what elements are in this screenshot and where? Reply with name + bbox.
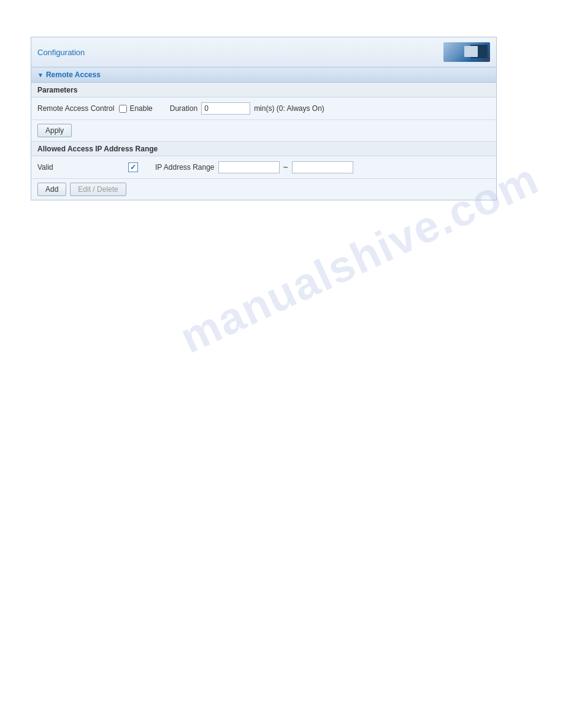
config-title: Configuration xyxy=(37,48,85,57)
valid-label: Valid xyxy=(37,163,123,172)
parameters-label: Parameters xyxy=(37,86,77,94)
remote-access-control-row: Remote Access Control Enable Duration mi… xyxy=(31,97,496,120)
duration-group: Duration min(s) (0: Always On) xyxy=(170,102,324,115)
enable-checkbox[interactable] xyxy=(119,105,127,113)
duration-input[interactable] xyxy=(201,102,250,115)
apply-button[interactable]: Apply xyxy=(37,124,72,137)
section-title-remote-access: Remote Access xyxy=(46,70,101,79)
duration-label: Duration xyxy=(170,104,197,113)
apply-button-row: Apply xyxy=(31,120,496,142)
allowed-access-subheader: Allowed Access IP Address Range xyxy=(31,142,496,156)
ip-to-input[interactable] xyxy=(292,161,353,173)
config-header: Configuration xyxy=(31,37,496,67)
ip-from-input[interactable] xyxy=(218,161,280,173)
remote-access-control-label: Remote Access Control xyxy=(37,104,114,113)
add-button[interactable]: Add xyxy=(37,183,66,196)
add-edit-row: Add Edit / Delete xyxy=(31,179,496,200)
ip-range-group: IP Address Range ~ xyxy=(155,161,353,173)
enable-label: Enable xyxy=(129,104,152,113)
enable-checkbox-group: Enable xyxy=(119,104,152,113)
config-logo xyxy=(441,41,490,63)
ip-separator: ~ xyxy=(283,162,288,172)
ip-range-row: Valid IP Address Range ~ xyxy=(31,156,496,179)
allowed-section-label: Allowed Access IP Address Range xyxy=(37,145,158,153)
logo-graphic xyxy=(443,42,490,62)
section-arrow-icon: ▼ xyxy=(37,72,44,78)
config-panel: Configuration ▼ Remote Access Parameters… xyxy=(31,37,497,200)
valid-checkbox[interactable] xyxy=(128,162,138,172)
section-header-remote-access[interactable]: ▼ Remote Access xyxy=(31,67,496,83)
edit-delete-button[interactable]: Edit / Delete xyxy=(70,183,126,196)
parameters-subheader: Parameters xyxy=(31,83,496,97)
ip-range-label: IP Address Range xyxy=(155,163,215,172)
duration-suffix: min(s) (0: Always On) xyxy=(254,104,324,113)
